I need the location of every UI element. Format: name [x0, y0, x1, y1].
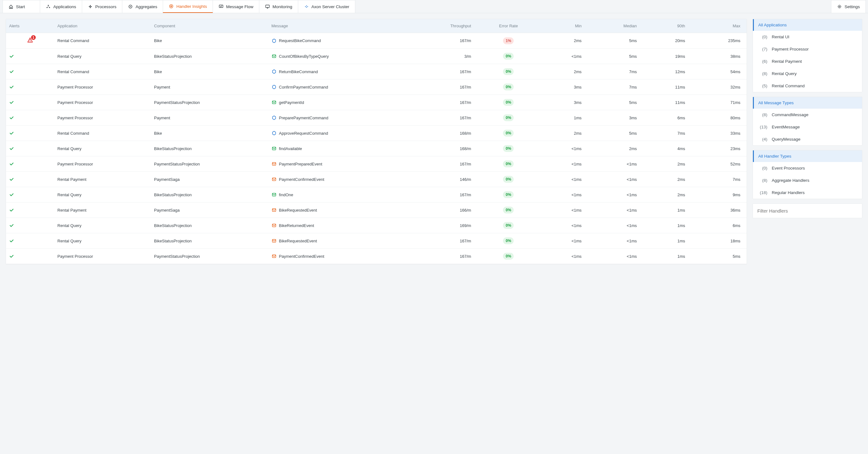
max-cell: 32ms	[691, 80, 747, 95]
filter-applications-header[interactable]: All Applications	[753, 19, 862, 31]
sidebar-item-application[interactable]: (7)Payment Processor	[753, 43, 862, 55]
alert-cell	[6, 95, 54, 110]
table-row[interactable]: Payment ProcessorPaymentStatusProjection…	[6, 249, 747, 264]
sidebar-item-count: (8)	[758, 112, 767, 117]
col-alerts[interactable]: Alerts	[6, 19, 54, 33]
min-cell: <1ms	[540, 218, 588, 233]
throughput-cell: 168/m	[408, 141, 477, 157]
table-row[interactable]: Rental QueryBikeStatusProjectionBikeRequ…	[6, 233, 747, 249]
table-row[interactable]: Rental PaymentPaymentSagaBikeRequestedEv…	[6, 202, 747, 218]
application-cell: Rental Query	[54, 187, 151, 202]
event-icon	[272, 177, 277, 182]
col-application[interactable]: Application	[54, 19, 151, 33]
col-min[interactable]: Min	[540, 19, 588, 33]
component-cell: PaymentSaga	[151, 202, 268, 218]
col-throughput[interactable]: Throughput	[408, 19, 477, 33]
sidebar-item-application[interactable]: (6)Rental Payment	[753, 55, 862, 67]
throughput-cell: 3/m	[408, 49, 477, 64]
table-row[interactable]: Payment ProcessorPaymentConfirmPaymentCo…	[6, 80, 747, 95]
filter-handler-types-header[interactable]: All Handler Types	[753, 150, 862, 162]
median-cell: 5ms	[588, 33, 643, 49]
error-rate-cell: 0%	[477, 249, 539, 264]
sidebar-item-application[interactable]: (8)Rental Query	[753, 67, 862, 80]
table-row[interactable]: Rental QueryBikeStatusProjectionfindAvai…	[6, 141, 747, 157]
table-row[interactable]: Rental QueryBikeStatusProjectionCountOfB…	[6, 49, 747, 64]
application-cell: Payment Processor	[54, 80, 151, 95]
check-icon	[9, 254, 51, 259]
col-message[interactable]: Message	[269, 19, 409, 33]
throughput-cell: 167/m	[408, 233, 477, 249]
table-row[interactable]: Rental PaymentPaymentSagaPaymentConfirme…	[6, 172, 747, 187]
component-cell: PaymentSaga	[151, 172, 268, 187]
alert-cell	[6, 218, 54, 233]
tab-settings[interactable]: Settings	[831, 0, 866, 13]
sidebar-item-count: (5)	[758, 84, 767, 88]
tab-processors[interactable]: Processors	[82, 0, 123, 13]
median-cell: 5ms	[588, 125, 643, 141]
tab-handler-insights[interactable]: Handler Insights	[163, 0, 213, 13]
processors-icon	[88, 4, 93, 9]
min-cell: 3ms	[540, 95, 588, 110]
tab-handler-insights-label: Handler Insights	[176, 4, 207, 9]
sidebar-item-message-type[interactable]: (4)QueryMessage	[753, 133, 862, 145]
error-rate-pill: 0%	[503, 145, 514, 152]
throughput-cell: 167/m	[408, 95, 477, 110]
check-icon	[9, 177, 51, 182]
message-cell: ApproveRequestCommand	[269, 125, 409, 141]
filter-handlers-input[interactable]	[753, 204, 862, 218]
sidebar-item-message-type[interactable]: (8)CommandMessage	[753, 109, 862, 121]
sidebar-item-count: (18)	[758, 190, 767, 195]
tab-aggregates-label: Aggregates	[135, 4, 157, 9]
table-row[interactable]: Payment ProcessorPaymentStatusProjection…	[6, 157, 747, 172]
event-icon	[272, 207, 277, 212]
applications-icon	[46, 4, 51, 9]
table-row[interactable]: Rental CommandBikeApproveRequestCommand1…	[6, 125, 747, 141]
message-cell: BikeRequestedEvent	[269, 233, 409, 249]
tab-message-flow[interactable]: Message Flow	[213, 0, 259, 13]
sidebar-item-label: Aggregate Handlers	[772, 178, 809, 183]
median-cell: 5ms	[588, 95, 643, 110]
col-median[interactable]: Median	[588, 19, 643, 33]
median-cell: <1ms	[588, 249, 643, 264]
sidebar-item-application[interactable]: (0)Rental UI	[753, 31, 862, 43]
tab-aggregates[interactable]: Aggregates	[122, 0, 163, 13]
col-90th[interactable]: 90th	[643, 19, 691, 33]
throughput-cell: 167/m	[408, 64, 477, 80]
message-name: BikeReturnedEvent	[279, 223, 314, 228]
table-row[interactable]: Rental QueryBikeStatusProjectionfindOne1…	[6, 187, 747, 202]
table-row[interactable]: Payment ProcessorPaymentPreparePaymentCo…	[6, 110, 747, 125]
sidebar-item-handler-type[interactable]: (18)Regular Handlers	[753, 187, 862, 199]
tab-monitoring[interactable]: Monitoring	[259, 0, 298, 13]
component-cell: Bike	[151, 33, 268, 49]
table-row[interactable]: 1Rental CommandBikeRequestBikeCommand167…	[6, 33, 747, 49]
sidebar-item-message-type[interactable]: (13)EventMessage	[753, 121, 862, 133]
p90-cell: 1ms	[643, 233, 691, 249]
table-row[interactable]: Payment ProcessorPaymentStatusProjection…	[6, 95, 747, 110]
col-max[interactable]: Max	[691, 19, 747, 33]
component-cell: PaymentStatusProjection	[151, 249, 268, 264]
tab-axon-cluster[interactable]: Axon Server Cluster	[298, 0, 355, 13]
col-component[interactable]: Component	[151, 19, 268, 33]
sidebar-item-handler-type[interactable]: (0)Event Processors	[753, 162, 862, 174]
filter-message-types-header[interactable]: All Message Types	[753, 97, 862, 109]
table-row[interactable]: Rental CommandBikeReturnBikeCommand167/m…	[6, 64, 747, 80]
message-name: ReturnBikeCommand	[279, 69, 318, 74]
sidebar-item-label: Regular Handlers	[772, 190, 805, 195]
alert-cell	[6, 141, 54, 157]
sidebar-item-label: Rental UI	[772, 34, 789, 39]
median-cell: <1ms	[588, 218, 643, 233]
tab-start[interactable]: Start	[2, 0, 40, 13]
error-rate-pill: 0%	[503, 176, 514, 183]
max-cell: 33ms	[691, 125, 747, 141]
sidebar-item-handler-type[interactable]: (8)Aggregate Handlers	[753, 174, 862, 187]
tab-applications[interactable]: Applications	[40, 0, 82, 13]
warning-icon: 1	[27, 37, 33, 43]
col-error-rate[interactable]: Error Rate	[477, 19, 539, 33]
sidebar-item-application[interactable]: (5)Rental Command	[753, 80, 862, 92]
application-cell: Rental Command	[54, 64, 151, 80]
table-row[interactable]: Rental QueryBikeStatusProjectionBikeRetu…	[6, 218, 747, 233]
component-cell: BikeStatusProjection	[151, 187, 268, 202]
component-cell: Bike	[151, 64, 268, 80]
median-cell: 7ms	[588, 64, 643, 80]
component-cell: Payment	[151, 110, 268, 125]
